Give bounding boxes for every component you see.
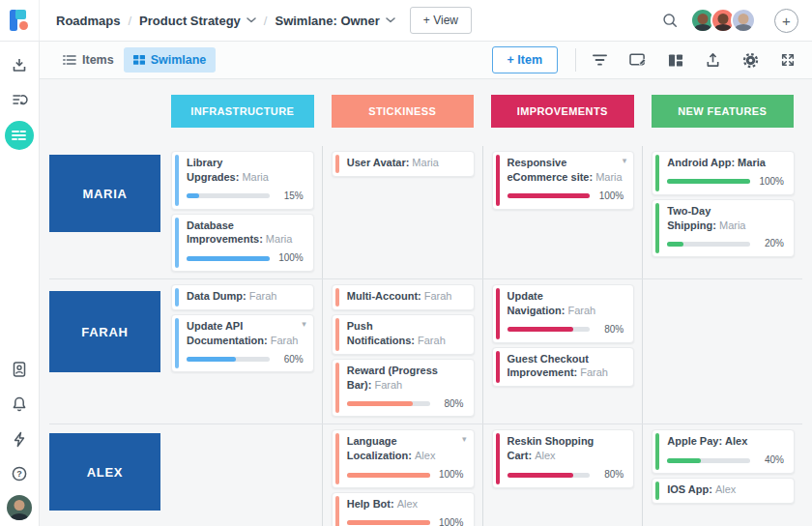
item-card[interactable]: Push Notifications:Farah — [332, 314, 475, 355]
progress-bar: 15% — [187, 190, 305, 203]
cell-farah-improvements[interactable]: Update Navigation:Farah80%Guest Checkout… — [482, 279, 643, 424]
card-accent-bar — [335, 433, 339, 484]
item-card[interactable]: Reskin Shopping Cart:Alex80% — [492, 429, 635, 488]
cell-maria-improvements[interactable]: Responsive eCommerce site:Maria▾100% — [482, 146, 643, 278]
help-icon[interactable]: ? — [6, 460, 33, 487]
item-card[interactable]: Responsive eCommerce site:Maria▾100% — [492, 151, 635, 210]
card-accent-bar — [496, 155, 500, 206]
card-accent-bar — [655, 203, 659, 254]
column-header-new_features[interactable]: NEW FEATURES — [652, 95, 795, 128]
item-card[interactable]: Android App:Maria100% — [652, 151, 795, 195]
cell-alex-improvements[interactable]: Reskin Shopping Cart:Alex80% — [482, 424, 643, 526]
item-card[interactable]: Guest Checkout Improvement:Farah — [492, 347, 635, 388]
export-icon[interactable] — [705, 52, 721, 68]
user-avatar[interactable] — [7, 495, 32, 520]
card-owner: Farah — [418, 335, 446, 346]
contacts-icon[interactable] — [6, 356, 33, 383]
settings-gear-icon[interactable] — [742, 52, 759, 69]
search-icon[interactable] — [661, 12, 679, 29]
card-text: Data Dump:Farah — [187, 289, 305, 304]
row-label-alex[interactable]: ALEX — [49, 433, 160, 511]
item-card[interactable]: IOS App:Alex — [652, 478, 795, 504]
lane-spacer — [49, 95, 162, 128]
card-accent-bar — [335, 288, 339, 307]
breadcrumb-roadmaps[interactable]: Roadmaps — [56, 14, 120, 28]
swim-row-alex: ALEXLanguage Localization:Alex▾100%Help … — [49, 424, 802, 526]
caret-down-icon[interactable]: ▾ — [302, 318, 306, 330]
cell-farah-infrastructure[interactable]: Data Dump:FarahUpdate API Documentation:… — [162, 279, 322, 424]
caret-down-icon[interactable]: ▾ — [462, 433, 467, 445]
import-tray-icon[interactable] — [6, 51, 33, 78]
progress-fill — [347, 401, 414, 406]
item-card[interactable]: Library Upgrades:Maria15% — [171, 151, 314, 210]
card-title: Update Navigation: — [508, 290, 566, 316]
item-card[interactable]: Help Bot:Alex100% — [332, 492, 475, 526]
card-owner: Farah — [580, 366, 608, 378]
cell-alex-new_features[interactable]: Apple Pay:Alex40%IOS App:Alex — [642, 424, 802, 526]
progress-percent: 20% — [759, 237, 784, 250]
item-card[interactable]: Two-Day Shipping:Maria20% — [652, 199, 795, 258]
cell-farah-stickiness[interactable]: Multi-Account:FarahPush Notifications:Fa… — [322, 279, 482, 424]
app-logo-button[interactable] — [0, 0, 40, 41]
item-card[interactable]: Apple Pay:Alex40% — [652, 429, 795, 474]
app-body: ? Items Swimlane + Item — [0, 42, 812, 526]
filter-icon[interactable] — [592, 53, 608, 67]
add-item-button[interactable]: + Item — [492, 46, 558, 73]
add-view-button[interactable]: + View — [410, 7, 472, 34]
item-card[interactable]: Update API Documentation:Farah▾60% — [171, 314, 314, 373]
card-title: Library Upgrades: — [187, 157, 239, 183]
cell-alex-infrastructure[interactable] — [162, 424, 322, 526]
add-member-button[interactable]: + — [774, 9, 798, 33]
items-list-icon — [63, 54, 76, 66]
avatar[interactable] — [731, 8, 756, 33]
shortcuts-bolt-icon[interactable] — [6, 425, 33, 453]
fullscreen-icon[interactable] — [780, 52, 796, 68]
roadmaps-icon[interactable] — [5, 121, 34, 150]
recent-items-icon[interactable] — [6, 86, 33, 113]
progress-fill — [347, 520, 430, 525]
notifications-bell-icon[interactable] — [6, 391, 33, 418]
layout-icon[interactable] — [668, 53, 683, 68]
item-card[interactable]: Data Dump:Farah — [171, 284, 314, 310]
progress-bar: 60% — [187, 353, 305, 366]
card-owner: Alex — [725, 435, 747, 447]
card-title: Two-Day Shipping: — [667, 205, 716, 231]
card-settings-icon[interactable] — [629, 52, 647, 68]
progress-track — [508, 193, 591, 198]
cell-maria-new_features[interactable]: Android App:Maria100%Two-Day Shipping:Ma… — [642, 146, 802, 278]
breadcrumb-view-name[interactable]: Swimlane: Owner — [275, 14, 394, 28]
item-card[interactable]: Multi-Account:Farah — [332, 284, 475, 310]
swimlane-grid-icon — [133, 55, 145, 65]
column-header-stickiness[interactable]: STICKINESS — [332, 95, 475, 128]
item-card[interactable]: Language Localization:Alex▾100% — [332, 429, 475, 488]
tab-swimlane[interactable]: Swimlane — [124, 47, 217, 73]
row-label-farah[interactable]: FARAH — [49, 291, 160, 372]
progress-fill — [187, 256, 270, 261]
breadcrumb-separator: / — [128, 14, 131, 28]
progress-bar: 80% — [508, 468, 626, 482]
cell-alex-stickiness[interactable]: Language Localization:Alex▾100%Help Bot:… — [322, 424, 482, 526]
app-window: Roadmaps / Product Strategy / Swimlane: … — [0, 0, 812, 526]
card-text: Multi-Account:Farah — [347, 289, 466, 304]
progress-fill — [667, 458, 700, 463]
item-card[interactable]: Database Improvements:Maria100% — [171, 214, 314, 273]
item-card[interactable]: User Avatar:Maria — [332, 151, 475, 177]
column-header-improvements[interactable]: IMPROVEMENTS — [491, 95, 634, 128]
item-card[interactable]: Update Navigation:Farah80% — [492, 284, 635, 343]
cell-maria-infrastructure[interactable]: Library Upgrades:Maria15%Database Improv… — [162, 146, 322, 278]
toolbar-icon-group — [592, 52, 796, 69]
progress-percent: 100% — [439, 516, 464, 526]
column-header-infrastructure[interactable]: INFRASTRUCTURE — [171, 95, 314, 128]
progress-track — [508, 327, 591, 332]
card-accent-bar — [496, 351, 500, 384]
caret-down-icon[interactable]: ▾ — [623, 155, 627, 166]
card-text: IOS App:Alex — [667, 482, 786, 497]
cell-maria-stickiness[interactable]: User Avatar:Maria — [322, 146, 482, 278]
left-sidebar: ? — [0, 42, 40, 526]
breadcrumb-roadmap-name[interactable]: Product Strategy — [139, 14, 256, 28]
item-card[interactable]: Reward (Progress Bar):Farah80% — [332, 359, 475, 418]
row-label-maria[interactable]: MARIA — [49, 155, 160, 232]
progress-fill — [187, 193, 199, 198]
cell-farah-new_features[interactable] — [642, 279, 802, 424]
tab-items[interactable]: Items — [53, 47, 124, 73]
